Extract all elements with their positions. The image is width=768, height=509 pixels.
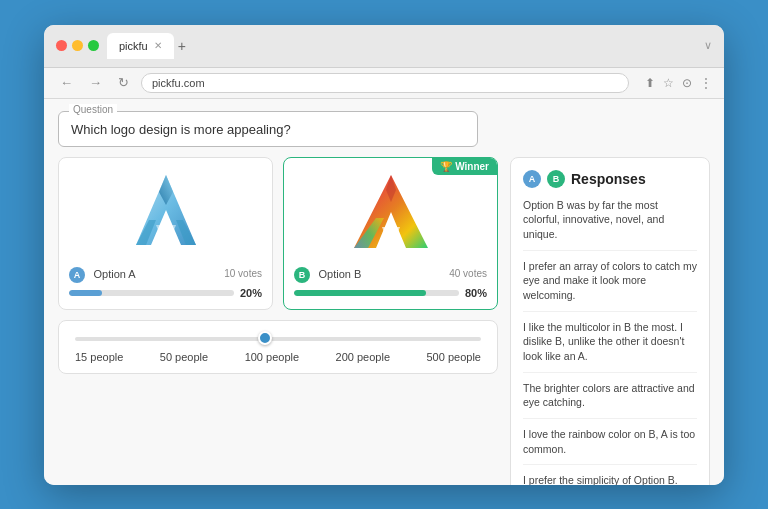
badge-a: A [69, 267, 85, 283]
close-button[interactable] [56, 40, 67, 51]
option-a-votes: 10 votes [224, 268, 262, 279]
tab-bar: pickfu ✕ + [107, 33, 696, 59]
slider-option-500[interactable]: 500 people [427, 351, 481, 363]
question-box: Question Which logo design is more appea… [58, 111, 478, 147]
window-controls: ∨ [704, 39, 712, 52]
active-tab[interactable]: pickfu ✕ [107, 33, 174, 59]
slider-option-100[interactable]: 100 people [245, 351, 299, 363]
browser-action-icons: ⬆ ☆ ⊙ ⋮ [645, 76, 712, 90]
slider-panel: 15 people 50 people 100 people 200 peopl… [58, 320, 498, 374]
winner-badge: 🏆 Winner [432, 158, 497, 175]
responses-badge-b: B [547, 170, 565, 188]
slider-option-15[interactable]: 15 people [75, 351, 123, 363]
responses-badge-a: A [523, 170, 541, 188]
share-icon[interactable]: ⬆ [645, 76, 655, 90]
response-item: I prefer the simplicity of Option B. The… [523, 473, 697, 484]
menu-icon[interactable]: ⋮ [700, 76, 712, 90]
card-a-footer: A Option A 10 votes 20% [69, 264, 262, 299]
pct-b: 80% [465, 287, 487, 299]
response-item: The brighter colors are attractive and e… [523, 381, 697, 419]
badge-b: B [294, 267, 310, 283]
option-b-name: Option B [318, 268, 361, 280]
option-a-name: Option A [93, 268, 135, 280]
progress-bar-a [69, 290, 234, 296]
responses-panel: A B Responses Option B was by far the mo… [510, 157, 710, 485]
url-text: pickfu.com [152, 77, 205, 89]
bookmark-icon[interactable]: ☆ [663, 76, 674, 90]
response-item: I love the rainbow color on B, A is too … [523, 427, 697, 465]
new-tab-icon[interactable]: + [178, 38, 186, 54]
response-item: I prefer an array of colors to catch my … [523, 259, 697, 312]
back-button[interactable]: ← [56, 73, 77, 92]
progress-bar-b [294, 290, 459, 296]
address-bar-row: ← → ↻ pickfu.com ⬆ ☆ ⊙ ⋮ [44, 68, 724, 99]
slider-thumb[interactable] [258, 331, 272, 345]
browser-window: pickfu ✕ + ∨ ← → ↻ pickfu.com ⬆ ☆ ⊙ ⋮ Qu… [44, 25, 724, 485]
page-content: Question Which logo design is more appea… [44, 99, 724, 485]
slider-labels: 15 people 50 people 100 people 200 peopl… [75, 351, 481, 363]
maximize-button[interactable] [88, 40, 99, 51]
pct-a: 20% [240, 287, 262, 299]
minimize-button[interactable] [72, 40, 83, 51]
slider-wrapper: 15 people 50 people 100 people 200 peopl… [75, 331, 481, 363]
browser-toolbar: pickfu ✕ + ∨ [44, 25, 724, 68]
responses-list: Option B was by far the most colorful, i… [523, 198, 697, 485]
profile-icon[interactable]: ⊙ [682, 76, 692, 90]
address-box[interactable]: pickfu.com [141, 73, 629, 93]
traffic-lights [56, 40, 99, 51]
forward-button[interactable]: → [85, 73, 106, 92]
card-b-footer: B Option B 40 votes 80% [294, 264, 487, 299]
response-item: Option B was by far the most colorful, i… [523, 198, 697, 251]
question-text: Which logo design is more appealing? [71, 122, 291, 137]
options-panel: A Option A 10 votes 20% [58, 157, 498, 485]
reload-button[interactable]: ↻ [114, 73, 133, 92]
logo-cards: A Option A 10 votes 20% [58, 157, 498, 310]
main-area: A Option A 10 votes 20% [58, 157, 710, 485]
slider-option-200[interactable]: 200 people [336, 351, 390, 363]
tab-close-icon[interactable]: ✕ [154, 40, 162, 51]
logo-a-image [116, 168, 216, 258]
option-b-card: 🏆 Winner [283, 157, 498, 310]
progress-fill-b [294, 290, 426, 296]
winner-icon: 🏆 [440, 161, 452, 172]
responses-title: Responses [571, 171, 646, 187]
slider-track[interactable] [75, 337, 481, 341]
response-item: I like the multicolor in B the most. I d… [523, 320, 697, 373]
progress-fill-a [69, 290, 102, 296]
slider-option-50[interactable]: 50 people [160, 351, 208, 363]
responses-header: A B Responses [523, 170, 697, 188]
winner-text: Winner [455, 161, 489, 172]
option-b-votes: 40 votes [449, 268, 487, 279]
question-label: Question [69, 104, 117, 115]
logo-b-image [341, 168, 441, 258]
option-a-card: A Option A 10 votes 20% [58, 157, 273, 310]
tab-label: pickfu [119, 40, 148, 52]
